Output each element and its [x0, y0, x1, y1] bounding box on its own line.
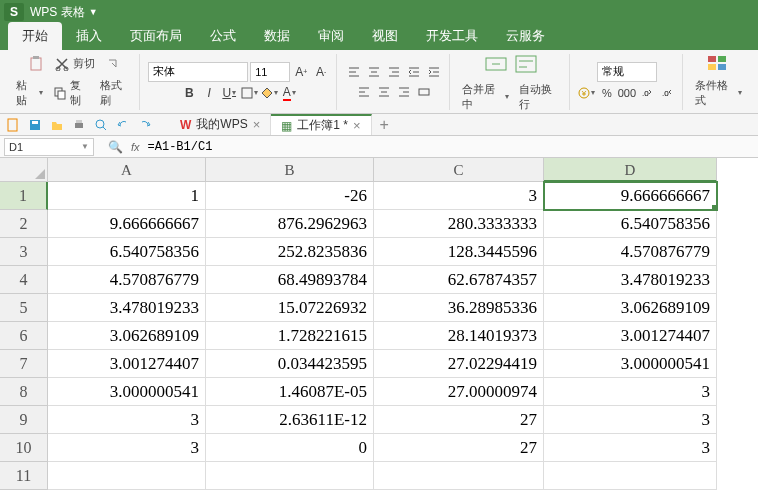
- cell-a5[interactable]: 3.478019233: [48, 294, 206, 322]
- font-color-button[interactable]: A▾: [280, 84, 298, 102]
- cell-d6[interactable]: 3.001274407: [544, 322, 717, 350]
- cell-b3[interactable]: 252.8235836: [206, 238, 374, 266]
- open-icon[interactable]: [50, 118, 64, 132]
- app-menu-arrow-icon[interactable]: ▼: [89, 7, 98, 17]
- cell-c7[interactable]: 27.02294419: [374, 350, 544, 378]
- new-file-icon[interactable]: [6, 118, 20, 132]
- comma-button[interactable]: 000: [618, 84, 636, 102]
- col-head-b[interactable]: B: [206, 158, 374, 182]
- bold-button[interactable]: B: [180, 84, 198, 102]
- select-all-corner[interactable]: [0, 158, 48, 182]
- row-head-8[interactable]: 8: [0, 378, 48, 406]
- cell-a4[interactable]: 4.570876779: [48, 266, 206, 294]
- cell-a6[interactable]: 3.062689109: [48, 322, 206, 350]
- percent-button[interactable]: %: [598, 84, 616, 102]
- align-left-button[interactable]: [355, 83, 373, 101]
- redo-icon[interactable]: [138, 118, 152, 132]
- border-button[interactable]: ▾: [240, 84, 258, 102]
- col-head-a[interactable]: A: [48, 158, 206, 182]
- row-head-5[interactable]: 5: [0, 294, 48, 322]
- cell-b4[interactable]: 68.49893784: [206, 266, 374, 294]
- cell-b11[interactable]: [206, 462, 374, 490]
- cell-c11[interactable]: [374, 462, 544, 490]
- merge-center-button[interactable]: 合并居中▾: [458, 80, 513, 114]
- merge-across-button[interactable]: [415, 83, 433, 101]
- tab-insert[interactable]: 插入: [62, 22, 116, 50]
- currency-button[interactable]: ¥▾: [578, 84, 596, 102]
- tab-formulas[interactable]: 公式: [196, 22, 250, 50]
- close-icon[interactable]: ×: [253, 117, 261, 132]
- col-head-d[interactable]: D: [544, 158, 717, 182]
- cell-b7[interactable]: 0.034423595: [206, 350, 374, 378]
- font-name-select[interactable]: [148, 62, 248, 82]
- font-size-select[interactable]: [250, 62, 290, 82]
- cut-button[interactable]: 剪切: [50, 54, 99, 74]
- name-box[interactable]: D1 ▼: [4, 138, 94, 156]
- row-head-10[interactable]: 10: [0, 434, 48, 462]
- indent-increase-button[interactable]: [425, 63, 443, 81]
- cell-b2[interactable]: 876.2962963: [206, 210, 374, 238]
- cell-d1[interactable]: 9.666666667: [544, 182, 717, 210]
- format-painter-button[interactable]: 格式刷: [96, 76, 134, 110]
- cell-c8[interactable]: 27.00000974: [374, 378, 544, 406]
- cell-c9[interactable]: 27: [374, 406, 544, 434]
- cell-c4[interactable]: 62.67874357: [374, 266, 544, 294]
- cell-d7[interactable]: 3.000000541: [544, 350, 717, 378]
- row-head-11[interactable]: 11: [0, 462, 48, 490]
- row-head-3[interactable]: 3: [0, 238, 48, 266]
- cell-d5[interactable]: 3.062689109: [544, 294, 717, 322]
- add-tab-button[interactable]: +: [372, 116, 397, 134]
- decrease-font-button[interactable]: A-: [312, 63, 330, 81]
- cell-d10[interactable]: 3: [544, 434, 717, 462]
- cell-c10[interactable]: 27: [374, 434, 544, 462]
- cell-a1[interactable]: 1: [48, 182, 206, 210]
- cell-a9[interactable]: 3: [48, 406, 206, 434]
- cell-b8[interactable]: 1.46087E-05: [206, 378, 374, 406]
- undo-icon[interactable]: [116, 118, 130, 132]
- doc-tab-mywps[interactable]: W 我的WPS ×: [170, 114, 271, 135]
- cell-b10[interactable]: 0: [206, 434, 374, 462]
- close-icon[interactable]: ×: [353, 118, 361, 133]
- print-preview-icon[interactable]: [94, 118, 108, 132]
- conditional-format-button[interactable]: 条件格式▾: [691, 76, 746, 110]
- cell-b6[interactable]: 1.728221615: [206, 322, 374, 350]
- italic-button[interactable]: I: [200, 84, 218, 102]
- indent-decrease-button[interactable]: [405, 63, 423, 81]
- fx-label[interactable]: fx: [131, 141, 140, 153]
- copy-button[interactable]: 复制: [49, 76, 94, 110]
- row-head-2[interactable]: 2: [0, 210, 48, 238]
- cell-c6[interactable]: 28.14019373: [374, 322, 544, 350]
- cell-c3[interactable]: 128.3445596: [374, 238, 544, 266]
- doc-tab-workbook1[interactable]: ▦ 工作簿1 * ×: [271, 114, 371, 135]
- align-middle-button[interactable]: [365, 63, 383, 81]
- cell-a3[interactable]: 6.540758356: [48, 238, 206, 266]
- align-top-button[interactable]: [345, 63, 363, 81]
- cell-d3[interactable]: 4.570876779: [544, 238, 717, 266]
- cell-d11[interactable]: [544, 462, 717, 490]
- align-bottom-button[interactable]: [385, 63, 403, 81]
- wrap-text-button[interactable]: 自动换行: [515, 80, 563, 114]
- cell-a7[interactable]: 3.001274407: [48, 350, 206, 378]
- tab-view[interactable]: 视图: [358, 22, 412, 50]
- row-head-4[interactable]: 4: [0, 266, 48, 294]
- cell-b5[interactable]: 15.07226932: [206, 294, 374, 322]
- fx-search-icon[interactable]: 🔍: [108, 140, 123, 154]
- cell-d8[interactable]: 3: [544, 378, 717, 406]
- tab-home[interactable]: 开始: [8, 22, 62, 50]
- cell-c5[interactable]: 36.28985336: [374, 294, 544, 322]
- chevron-down-icon[interactable]: ▼: [81, 142, 89, 151]
- row-head-7[interactable]: 7: [0, 350, 48, 378]
- align-center-button[interactable]: [375, 83, 393, 101]
- formula-input[interactable]: [148, 140, 548, 154]
- row-head-9[interactable]: 9: [0, 406, 48, 434]
- row-head-1[interactable]: 1: [0, 182, 48, 210]
- tab-review[interactable]: 审阅: [304, 22, 358, 50]
- fill-color-button[interactable]: ▾: [260, 84, 278, 102]
- tab-page-layout[interactable]: 页面布局: [116, 22, 196, 50]
- cell-a11[interactable]: [48, 462, 206, 490]
- cell-b9[interactable]: 2.63611E-12: [206, 406, 374, 434]
- cell-a8[interactable]: 3.000000541: [48, 378, 206, 406]
- cell-a10[interactable]: 3: [48, 434, 206, 462]
- save-icon[interactable]: [28, 118, 42, 132]
- paste-dropdown[interactable]: 粘贴▾: [12, 76, 47, 110]
